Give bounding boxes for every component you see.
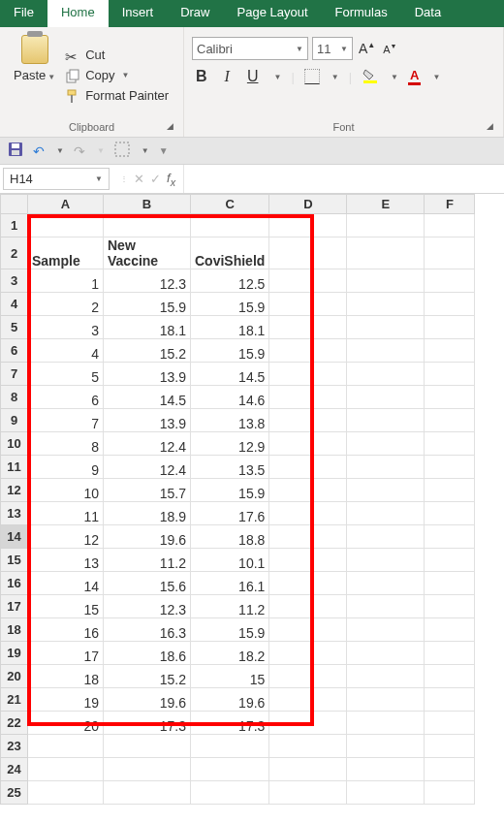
increase-font-button[interactable]: A▲ <box>357 39 377 58</box>
cell-E24[interactable] <box>347 758 425 781</box>
borders-button[interactable] <box>304 69 320 84</box>
cell-E23[interactable] <box>347 735 425 758</box>
cell-C8[interactable]: 14.6 <box>191 386 269 409</box>
cell-F19[interactable] <box>425 642 475 665</box>
cell-B6[interactable]: 15.2 <box>104 339 191 363</box>
cell-D10[interactable] <box>269 432 347 456</box>
cell-D12[interactable] <box>269 479 347 502</box>
row-header-15[interactable]: 15 <box>1 549 28 572</box>
cell-B7[interactable]: 13.9 <box>104 363 191 386</box>
more-button[interactable]: ▼ <box>159 145 169 156</box>
cell-A15[interactable]: 13 <box>28 549 104 572</box>
cell-A17[interactable]: 15 <box>28 595 104 618</box>
select-all-corner[interactable] <box>1 195 28 214</box>
chevron-down-icon[interactable]: ▼ <box>122 71 130 79</box>
font-size-select[interactable]: 11▼ <box>312 37 353 60</box>
cell-A8[interactable]: 6 <box>28 386 104 409</box>
cell-F10[interactable] <box>425 432 475 456</box>
cell-C24[interactable] <box>191 758 269 781</box>
row-header-4[interactable]: 4 <box>1 293 28 316</box>
cell-A12[interactable]: 10 <box>28 479 104 502</box>
cell-F5[interactable] <box>425 316 475 339</box>
underline-button[interactable]: U <box>243 66 263 87</box>
cell-B12[interactable]: 15.7 <box>104 479 191 502</box>
cell-E17[interactable] <box>347 595 425 618</box>
row-header-12[interactable]: 12 <box>1 479 28 502</box>
row-header-2[interactable]: 2 <box>1 237 28 269</box>
cell-D1[interactable] <box>269 214 347 237</box>
cut-button[interactable]: ✂Cut <box>65 47 169 62</box>
cell-D19[interactable] <box>269 642 347 665</box>
cancel-icon[interactable]: ✕ <box>134 172 144 186</box>
row-header-1[interactable]: 1 <box>1 214 28 237</box>
tab-insert[interactable]: Insert <box>109 0 168 27</box>
cell-A10[interactable]: 8 <box>28 432 104 456</box>
row-header-17[interactable]: 17 <box>1 595 28 618</box>
cell-B10[interactable]: 12.4 <box>104 432 191 456</box>
row-header-5[interactable]: 5 <box>1 316 28 339</box>
cell-B24[interactable] <box>104 758 191 781</box>
cell-B17[interactable]: 12.3 <box>104 595 191 618</box>
cell-C22[interactable]: 17.3 <box>191 712 269 735</box>
italic-button[interactable]: I <box>221 66 234 87</box>
decrease-font-button[interactable]: A▼ <box>381 41 398 57</box>
cell-C6[interactable]: 15.9 <box>191 339 269 363</box>
cell-F11[interactable] <box>425 456 475 479</box>
row-header-8[interactable]: 8 <box>1 386 28 409</box>
tab-data[interactable]: Data <box>401 0 455 27</box>
row-header-21[interactable]: 21 <box>1 688 28 712</box>
cell-D20[interactable] <box>269 665 347 688</box>
cell-B19[interactable]: 18.6 <box>104 642 191 665</box>
cell-F13[interactable] <box>425 502 475 525</box>
cell-F3[interactable] <box>425 269 475 293</box>
row-header-10[interactable]: 10 <box>1 432 28 456</box>
cell-E19[interactable] <box>347 642 425 665</box>
cell-F20[interactable] <box>425 665 475 688</box>
cell-E7[interactable] <box>347 363 425 386</box>
cell-C7[interactable]: 14.5 <box>191 363 269 386</box>
cell-D5[interactable] <box>269 316 347 339</box>
cell-E4[interactable] <box>347 293 425 316</box>
cell-C3[interactable]: 12.5 <box>191 269 269 293</box>
cell-C4[interactable]: 15.9 <box>191 293 269 316</box>
cell-A24[interactable] <box>28 758 104 781</box>
cell-B23[interactable] <box>104 735 191 758</box>
enter-icon[interactable]: ✓ <box>150 172 161 186</box>
cell-D6[interactable] <box>269 339 347 363</box>
cell-F23[interactable] <box>425 735 475 758</box>
cell-D13[interactable] <box>269 502 347 525</box>
row-header-24[interactable]: 24 <box>1 758 28 781</box>
chevron-down-icon[interactable]: ▼ <box>142 146 149 155</box>
cell-E15[interactable] <box>347 549 425 572</box>
cell-B3[interactable]: 12.3 <box>104 269 191 293</box>
chevron-down-icon[interactable]: ▼ <box>331 73 339 81</box>
cell-C10[interactable]: 12.9 <box>191 432 269 456</box>
fill-color-button[interactable] <box>362 68 379 86</box>
chevron-down-icon[interactable]: ▼ <box>97 146 105 155</box>
cell-E5[interactable] <box>347 316 425 339</box>
format-painter-button[interactable]: Format Painter <box>65 88 169 103</box>
cell-D11[interactable] <box>269 456 347 479</box>
cell-B15[interactable]: 11.2 <box>104 549 191 572</box>
cell-B11[interactable]: 12.4 <box>104 456 191 479</box>
cell-B18[interactable]: 16.3 <box>104 618 191 642</box>
font-name-select[interactable]: Calibri▼ <box>192 37 308 60</box>
cell-A3[interactable]: 1 <box>28 269 104 293</box>
cell-E18[interactable] <box>347 618 425 642</box>
cell-B22[interactable]: 17.3 <box>104 712 191 735</box>
cell-C21[interactable]: 19.6 <box>191 688 269 712</box>
col-header-C[interactable]: C <box>191 195 269 214</box>
cell-C1[interactable] <box>191 214 269 237</box>
row-header-14[interactable]: 14 <box>1 525 28 549</box>
chevron-down-icon[interactable]: ▼ <box>47 73 55 81</box>
cell-A11[interactable]: 9 <box>28 456 104 479</box>
row-header-3[interactable]: 3 <box>1 269 28 293</box>
cell-D15[interactable] <box>269 549 347 572</box>
formula-input[interactable] <box>184 165 504 193</box>
cell-D8[interactable] <box>269 386 347 409</box>
cell-E20[interactable] <box>347 665 425 688</box>
cell-F24[interactable] <box>425 758 475 781</box>
cell-B8[interactable]: 14.5 <box>104 386 191 409</box>
cell-E9[interactable] <box>347 409 425 432</box>
cell-E16[interactable] <box>347 572 425 595</box>
